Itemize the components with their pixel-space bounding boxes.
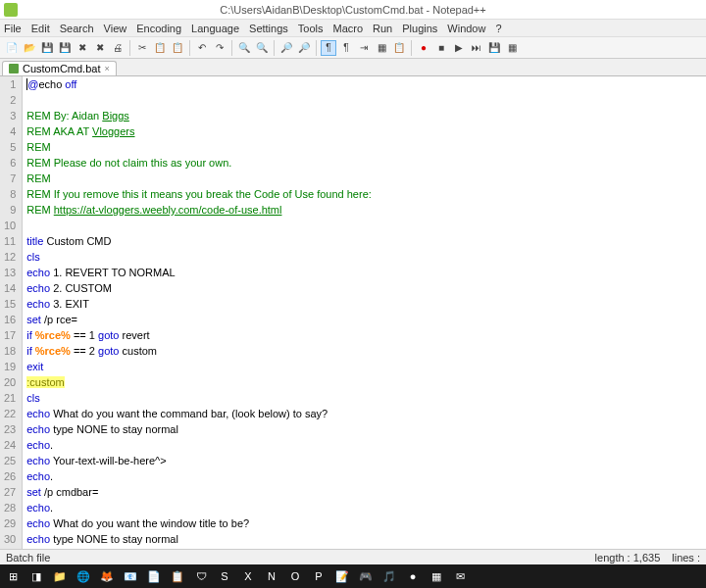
code-line[interactable]: echo 3. EXIT: [26, 296, 706, 312]
menu-tools[interactable]: Tools: [298, 23, 324, 34]
menu-edit[interactable]: Edit: [31, 23, 50, 34]
record-icon[interactable]: ●: [416, 40, 431, 56]
play-icon[interactable]: ▶: [451, 40, 467, 56]
code-line[interactable]: echo.: [26, 468, 706, 484]
code-line[interactable]: [26, 92, 706, 108]
code-area[interactable]: @echo offREM By: Aidan BiggsREM AKA AT V…: [23, 76, 706, 549]
code-line[interactable]: @echo off: [26, 76, 706, 92]
menu-search[interactable]: Search: [60, 23, 94, 34]
code-line[interactable]: echo 1. REVERT TO NORMAL: [26, 265, 706, 280]
menu-run[interactable]: Run: [373, 23, 392, 34]
save-icon[interactable]: 💾: [39, 40, 55, 56]
stop-icon[interactable]: ■: [433, 40, 449, 56]
open-file-icon[interactable]: 📂: [22, 40, 37, 56]
menu-language[interactable]: Language: [191, 23, 239, 34]
menu-?[interactable]: ?: [495, 23, 501, 34]
menu-macro[interactable]: Macro: [332, 23, 363, 34]
code-line[interactable]: cls: [26, 390, 706, 406]
taskbar-icon-15[interactable]: 🎮: [357, 567, 375, 585]
code-line[interactable]: echo What do you want the window title t…: [26, 515, 706, 531]
menu-file[interactable]: File: [4, 23, 22, 34]
indent-icon[interactable]: ⇥: [356, 40, 372, 56]
code-line[interactable]: echo type NONE to stay normal: [26, 421, 706, 437]
menu-view[interactable]: View: [104, 23, 127, 34]
code-line[interactable]: REM: [26, 139, 706, 155]
taskbar-icon-0[interactable]: ⊞: [4, 567, 22, 585]
line-number: 4: [4, 123, 16, 139]
taskbar-icon-8[interactable]: 🛡: [192, 567, 210, 585]
lang-icon[interactable]: ▦: [374, 40, 389, 56]
taskbar-icon-6[interactable]: 📄: [145, 567, 163, 585]
taskbar-icon-14[interactable]: 📝: [333, 567, 351, 585]
editor[interactable]: 1234567891011121314151617181920212223242…: [0, 76, 706, 549]
taskbar-icon-11[interactable]: N: [263, 567, 280, 585]
close-all-icon[interactable]: ✖: [92, 40, 108, 56]
taskbar-icon-7[interactable]: 📋: [169, 567, 186, 585]
code-line[interactable]: exit: [26, 359, 706, 374]
code-line[interactable]: echo 2. CUSTOM: [26, 280, 706, 296]
taskbar-icon-3[interactable]: 🌐: [75, 567, 92, 585]
print-icon[interactable]: 🖨: [110, 40, 126, 56]
taskbar-icon-16[interactable]: 🎵: [380, 567, 398, 585]
code-line[interactable]: REM If you remove this it means you brea…: [26, 186, 706, 202]
taskbar-icon-12[interactable]: O: [286, 567, 304, 585]
tab-customcmd[interactable]: CustomCmd.bat ×: [2, 61, 117, 75]
menu-settings[interactable]: Settings: [249, 23, 288, 34]
close-icon[interactable]: ✖: [75, 40, 90, 56]
copy-icon[interactable]: 📋: [152, 40, 168, 56]
save-macro-icon[interactable]: 💾: [486, 40, 502, 56]
menu-bar: FileEditSearchViewEncodingLanguageSettin…: [0, 20, 706, 37]
taskbar-icon-1[interactable]: ◨: [27, 567, 45, 585]
paste-icon[interactable]: 📋: [170, 40, 185, 56]
taskbar-icon-5[interactable]: 📧: [122, 567, 139, 585]
redo-icon[interactable]: ↷: [212, 40, 227, 56]
code-line[interactable]: echo.: [26, 437, 706, 453]
taskbar-icon-2[interactable]: 📁: [51, 567, 69, 585]
play-multi-icon[interactable]: ⏭: [469, 40, 484, 56]
toolbar-icon[interactable]: ▦: [504, 40, 520, 56]
code-line[interactable]: set /p rce=: [26, 312, 706, 327]
taskbar-icon-10[interactable]: X: [239, 567, 257, 585]
doc-map-icon[interactable]: 📋: [391, 40, 407, 56]
code-line[interactable]: REM AKA AT Vloggers: [26, 123, 706, 139]
code-line[interactable]: echo What do you want the command bar, (…: [26, 406, 706, 421]
zoom-out-icon[interactable]: 🔎: [296, 40, 312, 56]
code-line[interactable]: echo type NONE to stay normal: [26, 531, 706, 547]
new-file-icon[interactable]: 📄: [4, 40, 20, 56]
code-line[interactable]: if %rce% == 2 goto custom: [26, 343, 706, 359]
code-line[interactable]: if %rce% == 1 goto revert: [26, 327, 706, 343]
wrap-icon[interactable]: ¶: [321, 40, 336, 56]
line-number: 25: [4, 453, 16, 468]
code-line[interactable]: title Custom CMD: [26, 233, 706, 249]
menu-encoding[interactable]: Encoding: [136, 23, 181, 34]
menu-plugins[interactable]: Plugins: [402, 23, 437, 34]
taskbar-icon-9[interactable]: S: [216, 567, 233, 585]
taskbar-icon-19[interactable]: ✉: [451, 567, 469, 585]
undo-icon[interactable]: ↶: [194, 40, 210, 56]
separator: [316, 40, 317, 56]
tab-close-icon[interactable]: ×: [104, 64, 109, 74]
replace-icon[interactable]: 🔍: [254, 40, 270, 56]
taskbar-icon-4[interactable]: 🦊: [98, 567, 116, 585]
line-gutter: 1234567891011121314151617181920212223242…: [0, 76, 23, 549]
code-line[interactable]: :custom: [26, 374, 706, 390]
code-line[interactable]: REM: [26, 171, 706, 186]
taskbar-icon-13[interactable]: P: [310, 567, 328, 585]
code-line[interactable]: set /p cmdbar=: [26, 484, 706, 500]
zoom-in-icon[interactable]: 🔎: [278, 40, 294, 56]
show-all-icon[interactable]: ¶: [338, 40, 354, 56]
taskbar-icon-18[interactable]: ▦: [428, 567, 445, 585]
menu-window[interactable]: Window: [447, 23, 485, 34]
save-all-icon[interactable]: 💾: [57, 40, 73, 56]
code-line[interactable]: REM By: Aidan Biggs: [26, 108, 706, 123]
code-line[interactable]: [26, 218, 706, 233]
find-icon[interactable]: 🔍: [236, 40, 252, 56]
code-line[interactable]: cls: [26, 249, 706, 265]
taskbar-icon-17[interactable]: ●: [404, 567, 422, 585]
tab-bar: CustomCmd.bat ×: [0, 59, 706, 76]
code-line[interactable]: REM Please do not claim this as your own…: [26, 155, 706, 171]
code-line[interactable]: REM https://at-vloggers.weebly.com/code-…: [26, 202, 706, 218]
code-line[interactable]: echo Your-text-will-be-here^>: [26, 453, 706, 468]
code-line[interactable]: echo.: [26, 500, 706, 515]
cut-icon[interactable]: ✂: [134, 40, 150, 56]
